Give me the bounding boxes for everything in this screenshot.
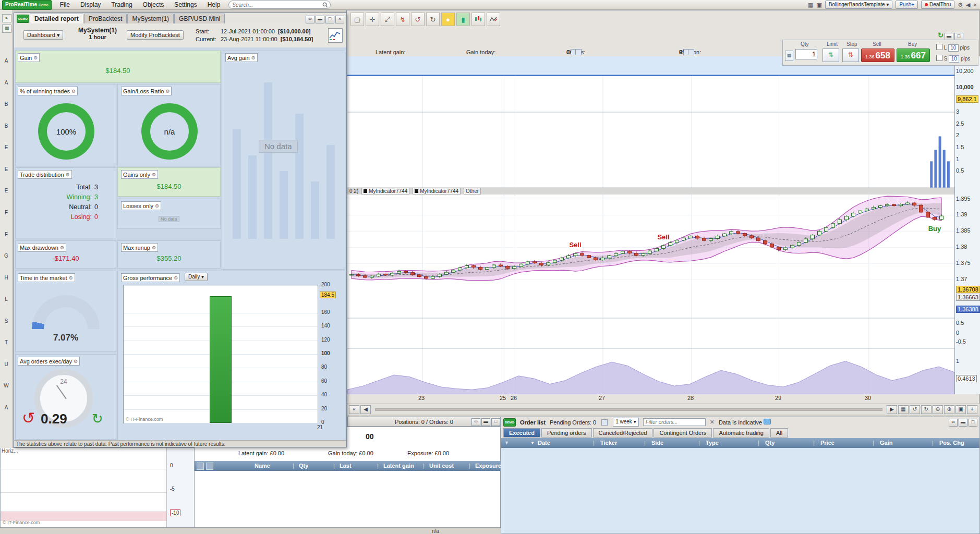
minimize-icon[interactable]: ▬ [481,418,490,426]
report-tab-detailed-report[interactable]: Detailed report [30,14,83,23]
gain-chip[interactable]: Gain⚙ [18,53,40,62]
sidebar-letter[interactable]: H [4,275,8,281]
period-dropdown[interactable]: Daily ▾ [185,273,208,281]
legend-item-other[interactable]: Other [464,188,481,195]
menu-trading[interactable]: Trading [110,1,133,9]
sidebar-letter[interactable]: E [5,188,8,193]
sidebar-letter[interactable]: W [4,383,8,389]
maximize-icon[interactable]: □ [969,419,977,427]
wrench-icon[interactable]: ⚙ [251,55,256,60]
legend-item-2[interactable]: MyIndicator7744 [413,188,461,195]
period-select[interactable]: 1 week ▾ [613,418,639,427]
collapse-icon[interactable]: ◀ [966,1,970,8]
link-icon[interactable]: ∞ [949,419,958,427]
sidebar-letter[interactable]: L [5,296,8,302]
stop-pips-checkbox[interactable] [936,55,942,61]
chart-scrollbar[interactable] [375,408,882,411]
close-icon[interactable]: × [335,16,344,23]
sidebar-letter[interactable]: G [4,253,8,259]
sidebar-letter[interactable]: T [5,339,8,345]
account-column-latent-gain[interactable]: Latent gain [383,463,414,469]
positions-window-bar[interactable]: Positions: 0 / Orders: 0 ∞▬□ [347,417,501,427]
candlestick-tool-icon[interactable] [471,13,485,26]
zoom-out-icon[interactable]: ⊖ [933,405,943,414]
move-tool-icon[interactable]: ✛ [366,13,379,26]
sidebar-letter[interactable]: A [5,58,8,64]
orders-tab-contingent-orders[interactable]: Contingent Orders [654,428,712,438]
refresh-icon[interactable]: ↻ [938,31,943,39]
account-column-last[interactable]: Last [340,463,352,469]
wrench-icon[interactable]: ⚙ [33,55,38,60]
calendar-icon[interactable]: ▦ [898,405,909,414]
palette-icon[interactable]: ▦ [808,1,813,8]
order-config-icon[interactable]: ▦ [785,51,793,61]
orders-column-type[interactable]: Type [706,440,719,446]
list-icon[interactable]: ▦ [2,25,11,33]
undo-nav-icon[interactable]: ↺ [910,405,920,414]
wrench-icon[interactable]: ⚙ [165,89,170,94]
menu-help[interactable]: Help [207,1,222,9]
order-table-body[interactable] [501,448,979,533]
scroll-left-button[interactable]: ◀ [360,405,371,414]
max-drawdown-chip[interactable]: Max drawdown⚙ [18,243,66,252]
sell-button[interactable]: 1.36 658 [861,48,894,62]
zigzag-tool-icon[interactable] [487,13,500,26]
report-tab-gbp-usd-mini[interactable]: GBP/USD Mini [174,14,225,23]
stop-pips-value[interactable]: 10 [949,55,959,63]
redo-nav-icon[interactable]: ↻ [921,405,931,414]
stop-order-button[interactable]: ⇅ [842,48,859,62]
wrench-icon[interactable]: ⚙ [174,275,178,281]
wrench-icon[interactable]: ⚙ [60,245,64,250]
pattern-tool-icon[interactable]: ▮ [456,13,470,26]
wrench-icon[interactable]: ⚙ [71,89,76,94]
orders-column-gain[interactable]: Gain [880,440,892,446]
orders-tab-executed[interactable]: Executed [503,428,540,438]
equity-chart-icon[interactable] [328,28,343,43]
sidebar-letter[interactable]: A [5,405,8,410]
price-chart-svg[interactable]: SellSellBuy [347,56,954,394]
flash-order-icon[interactable]: ↯ [396,13,409,26]
table-icon[interactable] [197,463,204,470]
redo-icon[interactable]: ↻ [426,13,440,26]
orders-column-date[interactable]: Date [538,440,550,446]
selection-tool-icon[interactable]: ▢ [350,13,364,26]
sidebar-letter[interactable]: F [5,232,8,237]
wrench-icon[interactable]: ⚙ [74,359,78,364]
link-icon[interactable]: ∞ [471,418,480,426]
wrench-icon[interactable]: ⚙ [152,172,156,177]
modify-probacktest-button[interactable]: Modify ProBacktest [127,30,184,40]
wrench-icon[interactable]: ⚙ [66,172,70,177]
qty-input[interactable] [795,49,817,59]
link-icon[interactable]: ∞ [306,16,314,23]
sort-arrow-icon[interactable]: ▼ [530,441,535,445]
scroll-right-button[interactable]: ▶ [887,405,897,414]
position-settings-icon[interactable] [688,49,694,55]
ratio-chip[interactable]: Gain/Loss Ratio⚙ [121,87,172,95]
search-icon[interactable] [322,2,328,8]
sidebar-letter[interactable]: S [5,318,8,324]
zoom-tool-icon[interactable]: ⤢ [381,13,394,26]
orders-column-qty[interactable]: Qty [765,440,775,446]
undo-icon[interactable]: ↺ [411,13,425,26]
scroll-start-button[interactable]: « [349,405,359,414]
limit-pips-value[interactable]: 10 [948,44,959,52]
dashboard-dropdown[interactable]: Dashboard ▾ [23,30,63,40]
menu-settings[interactable]: Settings [173,1,198,9]
orders-tab-all[interactable]: All [770,428,788,438]
minimize-icon[interactable]: ▬ [959,419,967,427]
avg-gain-chip[interactable]: Avg gain⚙ [225,53,258,62]
layout-icon[interactable]: ▣ [816,1,821,8]
wrench-icon[interactable]: ⚙ [155,203,159,209]
time-in-market-chip[interactable]: Time in the market⚙ [18,273,75,282]
sidebar-letter[interactable]: B [5,101,8,107]
zoom-in-icon[interactable]: ⊕ [944,405,954,414]
limit-pips-checkbox[interactable] [936,44,942,50]
winning-chip[interactable]: % of winning trades⚙ [18,87,78,95]
report-tab-mysystem-1-[interactable]: MySystem(1) [127,14,174,23]
report-tab-probacktest[interactable]: ProBacktest [84,14,127,23]
avg-orders-chip[interactable]: Avg orders exec/day⚙ [18,357,80,366]
edit-pending-icon[interactable] [601,419,608,426]
sidebar-letter[interactable]: A [5,80,8,86]
sidebar-letter[interactable]: U [4,361,8,367]
losses-only-chip[interactable]: Losses only⚙ [121,201,161,210]
